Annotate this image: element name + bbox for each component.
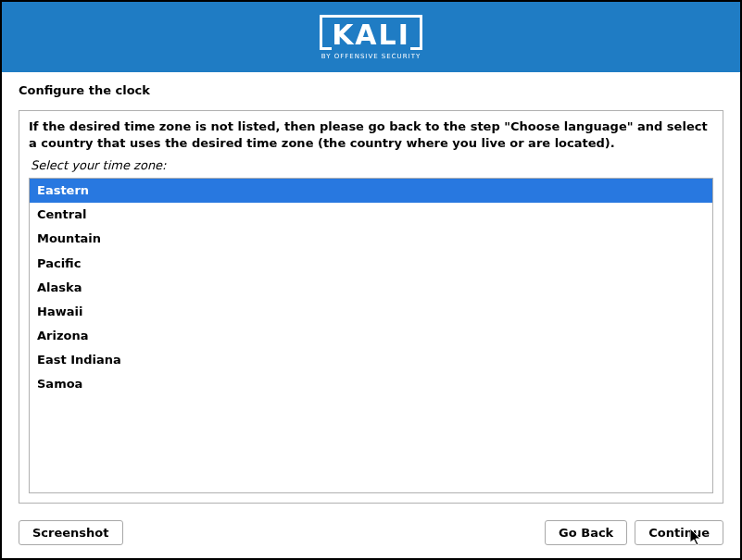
main-content: Configure the clock If the desired time …: [2, 72, 740, 511]
logo-frame: KALI: [320, 15, 422, 50]
timezone-option[interactable]: East Indiana: [30, 348, 712, 372]
timezone-option[interactable]: Arizona: [30, 324, 712, 348]
screenshot-button[interactable]: Screenshot: [19, 520, 123, 545]
go-back-button[interactable]: Go Back: [545, 520, 627, 545]
kali-logo: KALI BY OFFENSIVE SECURITY: [320, 15, 422, 60]
logo-tagline: BY OFFENSIVE SECURITY: [321, 53, 421, 60]
timezone-option[interactable]: Hawaii: [30, 300, 712, 324]
logo-text: KALI: [332, 19, 410, 50]
timezone-option[interactable]: Mountain: [30, 227, 712, 251]
timezone-listbox[interactable]: EasternCentralMountainPacificAlaskaHawai…: [29, 178, 713, 493]
installer-header: KALI BY OFFENSIVE SECURITY: [2, 2, 740, 72]
config-panel: If the desired time zone is not listed, …: [19, 110, 723, 504]
timezone-option[interactable]: Eastern: [30, 179, 712, 203]
timezone-option[interactable]: Central: [30, 203, 712, 227]
continue-button[interactable]: Continue: [635, 520, 723, 545]
timezone-option[interactable]: Pacific: [30, 252, 712, 276]
timezone-option[interactable]: Alaska: [30, 276, 712, 300]
timezone-prompt: Select your time zone:: [31, 158, 713, 172]
page-title: Configure the clock: [19, 83, 723, 97]
footer-bar: Screenshot Go Back Continue: [2, 511, 740, 558]
instructions-text: If the desired time zone is not listed, …: [29, 118, 713, 151]
timezone-option[interactable]: Samoa: [30, 372, 712, 396]
